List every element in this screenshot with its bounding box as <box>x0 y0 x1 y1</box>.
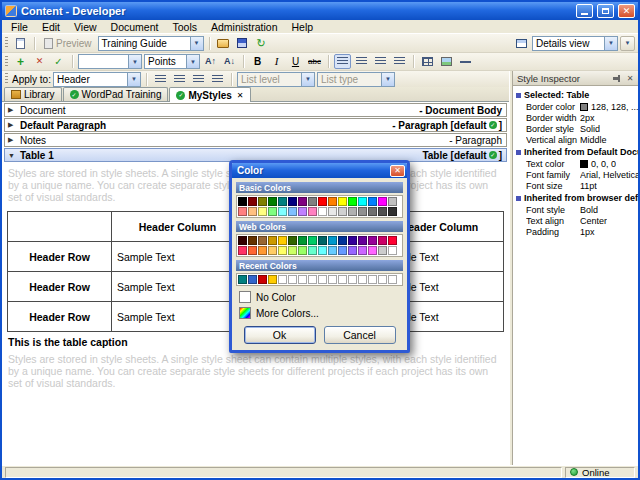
color-swatch[interactable] <box>318 197 327 206</box>
color-swatch[interactable] <box>278 275 287 284</box>
color-swatch[interactable] <box>238 207 247 216</box>
horizontal-rule-icon[interactable] <box>457 54 474 69</box>
close-tab-icon[interactable]: ✕ <box>237 91 244 100</box>
shrink-font-icon[interactable]: A↓ <box>221 54 238 69</box>
color-swatch[interactable] <box>348 246 357 255</box>
preview-button[interactable]: Preview <box>40 36 96 51</box>
menu-document[interactable]: Document <box>104 21 166 33</box>
color-swatch[interactable] <box>328 275 337 284</box>
numbered-list-icon[interactable] <box>171 72 188 87</box>
color-swatch[interactable] <box>288 197 297 206</box>
apply-to-combo[interactable]: Header ▼ <box>53 72 141 87</box>
underline-icon[interactable]: U <box>287 54 304 69</box>
color-swatch[interactable] <box>248 207 257 216</box>
color-swatch[interactable] <box>298 197 307 206</box>
menu-view[interactable]: View <box>67 21 104 33</box>
color-swatch[interactable] <box>338 236 347 245</box>
save-icon[interactable] <box>234 36 251 51</box>
menu-edit[interactable]: Edit <box>35 21 67 33</box>
expand-icon[interactable]: ▶ <box>8 136 18 144</box>
maximize-button[interactable] <box>597 4 614 18</box>
view-mode-icon[interactable] <box>513 36 530 51</box>
color-swatch[interactable] <box>328 236 337 245</box>
expand-icon[interactable]: ▶ <box>8 106 18 114</box>
align-justify-icon[interactable] <box>391 54 408 69</box>
color-swatch[interactable] <box>358 236 367 245</box>
color-swatch[interactable] <box>368 236 377 245</box>
style-row-default-paragraph[interactable]: ▶ Default Paragraph - Paragraph [default… <box>4 118 507 132</box>
apply-check-icon[interactable]: ✓ <box>50 54 67 69</box>
color-swatch[interactable] <box>288 236 297 245</box>
color-swatch[interactable] <box>378 197 387 206</box>
color-swatch[interactable] <box>298 275 307 284</box>
color-swatch[interactable] <box>358 197 367 206</box>
color-swatch[interactable] <box>388 207 397 216</box>
color-swatch[interactable] <box>338 246 347 255</box>
color-swatch[interactable] <box>298 207 307 216</box>
insert-table-icon[interactable] <box>419 54 436 69</box>
color-swatch[interactable] <box>378 246 387 255</box>
color-swatch[interactable] <box>288 246 297 255</box>
color-swatch[interactable] <box>238 197 247 206</box>
color-swatch[interactable] <box>238 246 247 255</box>
color-swatch[interactable] <box>338 197 347 206</box>
color-swatch[interactable] <box>268 246 277 255</box>
color-swatch[interactable] <box>318 246 327 255</box>
color-swatch[interactable] <box>258 197 267 206</box>
color-swatch[interactable] <box>298 246 307 255</box>
italic-icon[interactable]: I <box>268 54 285 69</box>
pin-icon[interactable] <box>610 72 622 84</box>
color-swatch[interactable] <box>318 207 327 216</box>
align-left-icon[interactable] <box>334 54 351 69</box>
grow-font-icon[interactable]: A↑ <box>202 54 219 69</box>
list-type-combo[interactable]: List type ▼ <box>317 72 395 87</box>
color-swatch[interactable] <box>358 207 367 216</box>
content-selector-combo[interactable]: Training Guide ▼ <box>98 36 204 51</box>
tab-wordpad-training[interactable]: WordPad Training <box>63 87 169 101</box>
color-swatch[interactable] <box>328 246 337 255</box>
color-swatch[interactable] <box>368 246 377 255</box>
color-swatch[interactable] <box>388 246 397 255</box>
strikethrough-icon[interactable]: abc <box>306 54 323 69</box>
color-swatch[interactable] <box>278 197 287 206</box>
menu-tools[interactable]: Tools <box>165 21 204 33</box>
minimize-button[interactable] <box>576 4 593 18</box>
color-swatch[interactable] <box>268 207 277 216</box>
no-color-option[interactable]: No Color <box>236 289 403 305</box>
color-swatch[interactable] <box>278 207 287 216</box>
color-swatch[interactable] <box>388 275 397 284</box>
close-panel-icon[interactable]: ✕ <box>624 72 636 84</box>
color-swatch[interactable] <box>358 275 367 284</box>
more-colors-option[interactable]: More Colors... <box>236 305 403 321</box>
color-swatch[interactable] <box>378 236 387 245</box>
color-swatch[interactable] <box>268 236 277 245</box>
color-swatch[interactable] <box>368 197 377 206</box>
font-family-combo[interactable]: ▼ <box>78 54 142 69</box>
color-swatch[interactable] <box>248 246 257 255</box>
bullet-list-icon[interactable] <box>152 72 169 87</box>
expand-icon[interactable]: ▶ <box>8 121 18 129</box>
color-swatch[interactable] <box>318 236 327 245</box>
color-swatch[interactable] <box>368 275 377 284</box>
close-dialog-button[interactable]: ✕ <box>390 165 405 177</box>
color-swatch[interactable] <box>248 197 257 206</box>
toolbar-grip[interactable] <box>5 73 8 85</box>
color-swatch[interactable] <box>338 207 347 216</box>
color-swatch[interactable] <box>248 275 257 284</box>
toolbar-grip[interactable] <box>5 56 8 68</box>
details-view-combo[interactable]: Details view ▼ <box>532 36 618 51</box>
color-swatch[interactable] <box>278 236 287 245</box>
collapse-icon[interactable]: ▼ <box>8 152 18 159</box>
menu-administration[interactable]: Administration <box>204 21 285 33</box>
insert-image-icon[interactable] <box>438 54 455 69</box>
color-swatch[interactable] <box>318 275 327 284</box>
color-swatch[interactable] <box>348 207 357 216</box>
bold-icon[interactable]: B <box>249 54 266 69</box>
color-swatch[interactable] <box>298 236 307 245</box>
color-swatch[interactable] <box>308 275 317 284</box>
align-center-icon[interactable] <box>353 54 370 69</box>
new-document-icon[interactable] <box>12 36 29 51</box>
color-swatch[interactable] <box>268 197 277 206</box>
color-swatch[interactable] <box>378 275 387 284</box>
style-row-notes[interactable]: ▶ Notes - Paragraph <box>4 133 507 147</box>
